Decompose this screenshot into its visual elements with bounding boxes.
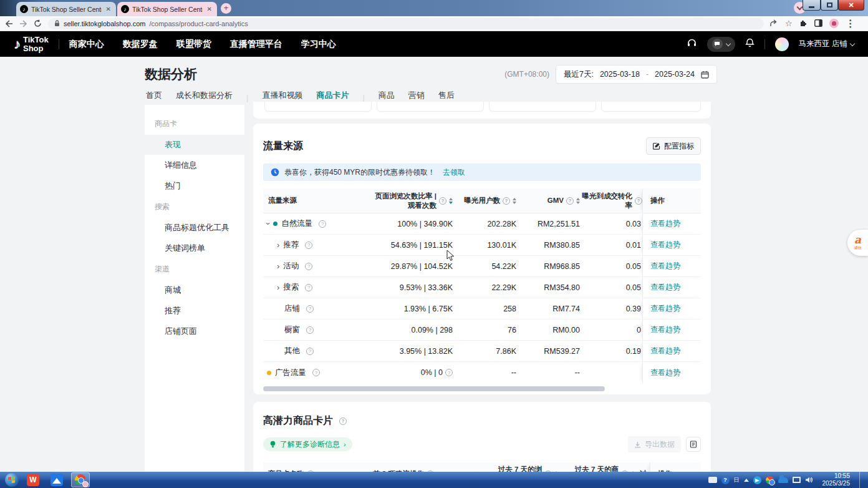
info-icon[interactable] (319, 220, 326, 228)
tray-chrome-icon[interactable] (766, 476, 774, 484)
diagnostics-link-pill[interactable]: 了解更多诊断信息 › (263, 437, 352, 451)
sidebar-item-关键词榜单[interactable]: 关键词榜单 (145, 238, 244, 258)
floating-promo-badge[interactable]: a 诚信 (847, 230, 868, 256)
report-list-icon-button[interactable] (686, 437, 701, 452)
tab-close-icon[interactable]: ✕ (105, 6, 112, 12)
topnav-item-0[interactable]: 商家中心 (69, 39, 104, 50)
horizontal-scrollbar[interactable] (263, 386, 605, 391)
traffic-source-cell[interactable]: ›搜索 (263, 277, 352, 298)
view-trend-link[interactable]: 查看趋势 (650, 218, 680, 229)
sidebar-item-商城[interactable]: 商城 (145, 280, 244, 300)
column-header-4[interactable]: 曝光到成交转化率 (580, 188, 642, 213)
tray-telegram-icon[interactable] (753, 476, 761, 484)
browser-profile-avatar[interactable] (829, 19, 839, 28)
info-icon[interactable] (306, 348, 314, 355)
view-trend-link[interactable]: 查看趋势 (650, 303, 680, 314)
tab-成长和数据分析[interactable]: 成长和数据分析 (176, 90, 233, 105)
tray-ime-icon[interactable]: 日 (734, 476, 740, 484)
notifications-bell-icon[interactable] (745, 38, 755, 51)
share-icon[interactable] (770, 18, 778, 29)
traffic-source-cell[interactable]: 广告流量 (263, 362, 352, 383)
bookmark-star-icon[interactable]: ☆ (785, 19, 793, 28)
store-switcher[interactable]: 马来西亚 店铺 (799, 39, 854, 49)
info-icon[interactable] (306, 305, 314, 313)
start-button[interactable] (5, 473, 19, 487)
traffic-source-cell[interactable]: ›活动 (263, 256, 352, 276)
window-maximize-button[interactable] (821, 0, 838, 11)
topnav-item-1[interactable]: 数据罗盘 (123, 39, 158, 50)
topnav-item-4[interactable]: 学习中心 (301, 39, 336, 50)
taskbar-mountain-app-icon[interactable] (47, 472, 66, 487)
chevron-expanded-icon[interactable]: › (264, 222, 272, 225)
column-header-2[interactable]: 曝光用户数 (453, 188, 516, 213)
claim-coupon-link[interactable]: 去领取 (443, 167, 465, 178)
topnav-item-3[interactable]: 直播管理平台 (230, 39, 282, 50)
info-icon[interactable] (312, 369, 320, 376)
view-trend-link[interactable]: 查看趋势 (650, 368, 680, 378)
window-minimize-button[interactable] (803, 0, 821, 11)
chevron-collapsed-icon[interactable]: › (277, 262, 279, 270)
topnav-item-2[interactable]: 联盟带货 (176, 39, 211, 50)
date-range-picker[interactable]: 最近7天: 2025-03-18 - 2025-03-24 (556, 65, 717, 84)
browser-tab-1[interactable]: ♪ TikTok Shop Seller Center | Cr ✕ (16, 2, 116, 16)
chevron-collapsed-icon[interactable]: › (277, 283, 279, 291)
extensions-puzzle-icon[interactable] (799, 18, 808, 29)
info-icon[interactable] (306, 326, 314, 334)
tray-keyboard-icon[interactable] (708, 477, 717, 483)
chat-dropdown[interactable] (707, 37, 735, 52)
configure-metrics-button[interactable]: 配置指标 (646, 137, 701, 155)
sidebar-item-热门[interactable]: 热门 (145, 176, 244, 196)
info-icon[interactable] (339, 417, 347, 425)
taskbar-chrome-icon[interactable] (71, 472, 90, 487)
support-headset-icon[interactable] (687, 38, 697, 51)
sidebar-item-店铺页面[interactable]: 店铺页面 (145, 321, 244, 341)
info-icon[interactable] (635, 197, 642, 205)
tiktok-shop-logo[interactable]: ♪ TikTokShop (14, 36, 49, 52)
sidebar-item-推荐[interactable]: 推荐 (145, 301, 244, 321)
address-bar[interactable]: seller.tiktokglobalshop.com/compass/prod… (48, 18, 764, 29)
info-icon[interactable] (305, 263, 312, 270)
tab-close-icon[interactable]: ✕ (206, 6, 213, 12)
info-icon[interactable] (445, 369, 453, 376)
info-icon[interactable] (503, 197, 510, 205)
tab-首页[interactable]: 首页 (146, 90, 162, 105)
view-trend-link[interactable]: 查看趋势 (650, 282, 680, 293)
tray-volume-icon[interactable] (805, 476, 813, 484)
reload-icon[interactable] (34, 19, 42, 27)
column-header-0[interactable]: 流量来源 (263, 188, 352, 213)
show-desktop-button[interactable] (859, 472, 864, 488)
export-data-button[interactable]: 导出数据 (628, 436, 681, 452)
tray-help-icon[interactable]: ? (721, 476, 730, 484)
column-header-5[interactable]: 操作 (642, 188, 701, 213)
info-icon[interactable] (305, 284, 312, 291)
sidebar-item-商品标题优化工具[interactable]: 商品标题优化工具 (145, 218, 244, 238)
view-trend-link[interactable]: 查看趋势 (650, 261, 680, 271)
taskbar-wps-icon[interactable]: W (24, 472, 42, 487)
traffic-source-cell[interactable]: ›自然流量 (263, 213, 352, 234)
info-icon[interactable] (439, 197, 446, 205)
view-trend-link[interactable]: 查看趋势 (650, 240, 680, 250)
chevron-collapsed-icon[interactable]: › (277, 241, 279, 249)
info-icon[interactable] (566, 197, 574, 205)
view-trend-link[interactable]: 查看趋势 (650, 346, 680, 356)
back-icon[interactable] (5, 20, 13, 27)
sidebar-item-详细信息[interactable]: 详细信息 (145, 155, 244, 175)
info-icon[interactable] (305, 242, 312, 249)
tray-network-icon[interactable] (793, 477, 801, 483)
tray-cloud-icon[interactable] (778, 477, 788, 483)
browser-tab-2[interactable]: ♪ TikTok Shop Seller Center | Cr ✕ (117, 2, 217, 16)
view-trend-link[interactable]: 查看趋势 (650, 325, 680, 335)
traffic-source-cell[interactable]: 店铺 (263, 298, 352, 319)
sidebar-item-表现[interactable]: 表现 (145, 135, 244, 155)
tray-show-hidden-icon[interactable] (744, 479, 749, 482)
column-header-3[interactable]: GMV (516, 188, 580, 213)
forward-icon[interactable] (19, 20, 27, 27)
store-avatar[interactable] (775, 37, 789, 51)
new-tab-button[interactable]: + (221, 3, 231, 14)
traffic-source-cell[interactable]: 橱窗 (263, 320, 352, 340)
traffic-source-cell[interactable]: 其他 (263, 341, 352, 361)
traffic-source-cell[interactable]: ›推荐 (263, 235, 352, 255)
window-close-button[interactable]: ✕ (838, 0, 864, 11)
column-header-1[interactable]: 页面浏览次数比率 | 观看次数 (352, 188, 453, 213)
menu-dots-icon[interactable]: ⋮ (846, 17, 856, 29)
